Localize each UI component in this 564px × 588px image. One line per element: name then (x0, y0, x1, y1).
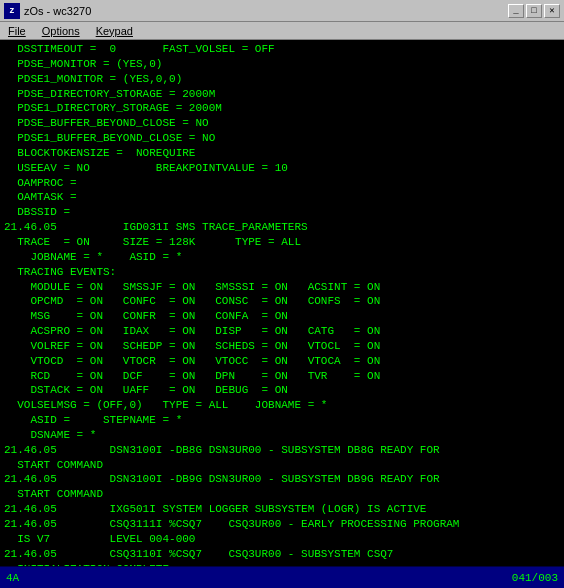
terminal-line: 21.46.05 IGD031I SMS TRACE_PARAMETERS (4, 220, 560, 235)
terminal-line: DBSSID = (4, 205, 560, 220)
terminal-line: USEEAV = NO BREAKPOINTVALUE = 10 (4, 161, 560, 176)
title-bar-left: z zOs - wc3270 (4, 3, 91, 19)
terminal-line: BLOCKTOKENSIZE = NOREQUIRE (4, 146, 560, 161)
terminal-line: PDSE_DIRECTORY_STORAGE = 2000M (4, 87, 560, 102)
terminal-line: PDSE1_BUFFER_BEYOND_CLOSE = NO (4, 131, 560, 146)
terminal-line: DSTACK = ON UAFF = ON DEBUG = ON (4, 383, 560, 398)
terminal-line: OAMPROC = (4, 176, 560, 191)
menu-bar: File Options Keypad (0, 22, 564, 40)
terminal-line: START COMMAND (4, 458, 560, 473)
status-right: 041/003 (512, 572, 558, 584)
terminal-line: PDSE1_MONITOR = (YES,0,0) (4, 72, 560, 87)
terminal-line: MODULE = ON SMSSJF = ON SMSSSI = ON ACSI… (4, 280, 560, 295)
menu-keypad[interactable]: Keypad (92, 24, 137, 38)
title-bar: z zOs - wc3270 _ □ ✕ (0, 0, 564, 22)
menu-options[interactable]: Options (38, 24, 84, 38)
close-button[interactable]: ✕ (544, 4, 560, 18)
terminal-line: VOLSELMSG = (OFF,0) TYPE = ALL JOBNAME =… (4, 398, 560, 413)
terminal-line: 21.46.05 CSQ3111I %CSQ7 CSQ3UR00 - EARLY… (4, 517, 560, 532)
terminal-line: MSG = ON CONFR = ON CONFA = ON (4, 309, 560, 324)
terminal-line: 21.46.05 IXG501I SYSTEM LOGGER SUBSYSTEM… (4, 502, 560, 517)
terminal-line: DSSTIMEOUT = 0 FAST_VOLSEL = OFF (4, 42, 560, 57)
maximize-button[interactable]: □ (526, 4, 542, 18)
terminal-line: PDSE_BUFFER_BEYOND_CLOSE = NO (4, 116, 560, 131)
terminal-output: DSSTIMEOUT = 0 FAST_VOLSEL = OFF PDSE_MO… (0, 40, 564, 566)
terminal-line: OAMTASK = (4, 190, 560, 205)
terminal-line: 21.46.05 DSN3100I -DB8G DSN3UR00 - SUBSY… (4, 443, 560, 458)
terminal-line: ACSPRO = ON IDAX = ON DISP = ON CATG = O… (4, 324, 560, 339)
minimize-button[interactable]: _ (508, 4, 524, 18)
app-icon: z (4, 3, 20, 19)
window-controls: _ □ ✕ (508, 4, 560, 18)
terminal-line: DSNAME = * (4, 428, 560, 443)
terminal-line: PDSE_MONITOR = (YES,0) (4, 57, 560, 72)
terminal-line: TRACE = ON SIZE = 128K TYPE = ALL (4, 235, 560, 250)
menu-file[interactable]: File (4, 24, 30, 38)
terminal-line: RCD = ON DCF = ON DPN = ON TVR = ON (4, 369, 560, 384)
status-bar: 4A 041/003 (0, 566, 564, 588)
terminal-line: PDSE1_DIRECTORY_STORAGE = 2000M (4, 101, 560, 116)
terminal-line: VTOCD = ON VTOCR = ON VTOCC = ON VTOCA =… (4, 354, 560, 369)
terminal-line: OPCMD = ON CONFC = ON CONSC = ON CONFS =… (4, 294, 560, 309)
terminal-line: JOBNAME = * ASID = * (4, 250, 560, 265)
terminal-line: IS V7 LEVEL 004-000 (4, 532, 560, 547)
terminal-line: 21.46.05 DSN3100I -DB9G DSN3UR00 - SUBSY… (4, 472, 560, 487)
terminal-line: START COMMAND (4, 487, 560, 502)
terminal-line: TRACING EVENTS: (4, 265, 560, 280)
window-title: zOs - wc3270 (24, 5, 91, 17)
terminal-line: 21.46.05 CSQ3110I %CSQ7 CSQ3UR00 - SUBSY… (4, 547, 560, 562)
terminal-line: VOLREF = ON SCHEDP = ON SCHEDS = ON VTOC… (4, 339, 560, 354)
status-left: 4A (6, 572, 19, 584)
terminal-line: ASID = STEPNAME = * (4, 413, 560, 428)
